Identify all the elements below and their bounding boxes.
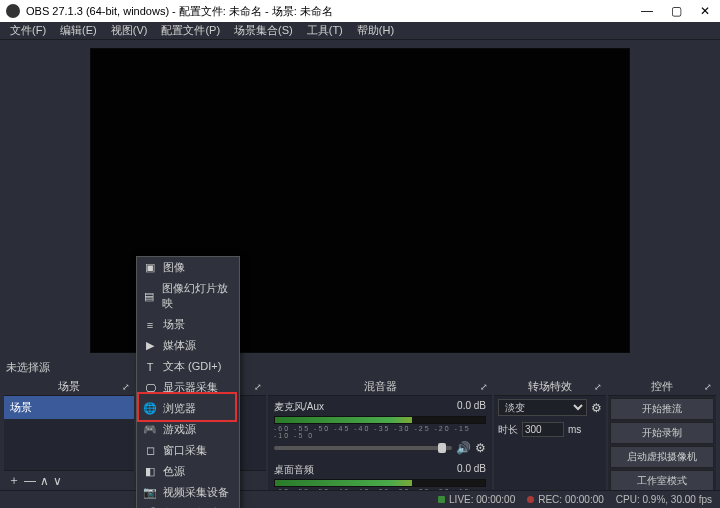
menu-profile[interactable]: 配置文件(P) bbox=[155, 21, 226, 40]
gear-icon[interactable]: ⚙ bbox=[475, 441, 486, 455]
camera-icon: 📷 bbox=[143, 486, 157, 499]
ctx-browser[interactable]: 🌐浏览器 bbox=[137, 398, 239, 419]
scene-up-button[interactable]: ∧ bbox=[40, 474, 49, 488]
status-live: LIVE: 00:00:00 bbox=[449, 494, 515, 505]
speaker-icon[interactable]: 🔊 bbox=[456, 441, 471, 455]
ctx-slideshow[interactable]: ▤图像幻灯片放映 bbox=[137, 278, 239, 314]
start-streaming-button[interactable]: 开始推流 bbox=[610, 398, 714, 420]
transition-type-select[interactable]: 淡变 bbox=[498, 399, 587, 416]
menu-bar: 文件(F) 编辑(E) 视图(V) 配置文件(P) 场景集合(S) 工具(T) … bbox=[0, 22, 720, 40]
live-indicator-icon bbox=[438, 496, 445, 503]
duration-unit: ms bbox=[568, 424, 581, 435]
popout-icon[interactable]: ⤢ bbox=[254, 382, 262, 392]
start-recording-button[interactable]: 开始录制 bbox=[610, 422, 714, 444]
popout-icon[interactable]: ⤢ bbox=[594, 382, 602, 392]
desktop-db: 0.0 dB bbox=[457, 463, 486, 477]
ctx-window-capture[interactable]: ◻窗口采集 bbox=[137, 440, 239, 461]
ctx-display-capture[interactable]: 🖵显示器采集 bbox=[137, 377, 239, 398]
maximize-button[interactable]: ▢ bbox=[671, 4, 682, 18]
mic-label: 麦克风/Aux bbox=[274, 400, 324, 414]
menu-view[interactable]: 视图(V) bbox=[105, 21, 154, 40]
add-source-context-menu: ▣图像 ▤图像幻灯片放映 ≡场景 ▶媒体源 T文本 (GDI+) 🖵显示器采集 … bbox=[136, 256, 240, 508]
popout-icon[interactable]: ⤢ bbox=[704, 382, 712, 392]
menu-scene-collection[interactable]: 场景集合(S) bbox=[228, 21, 299, 40]
scenes-header: 场景 bbox=[58, 379, 80, 394]
scenes-panel: 场景⤢ 场景 ＋ — ∧ ∨ bbox=[4, 378, 134, 490]
studio-mode-button[interactable]: 工作室模式 bbox=[610, 470, 714, 490]
mixer-panel: 混音器⤢ 麦克风/Aux0.0 dB -60 -55 -50 -45 -40 -… bbox=[268, 378, 492, 490]
mic-db: 0.0 dB bbox=[457, 400, 486, 414]
controls-header: 控件 bbox=[651, 379, 673, 394]
transitions-panel: 转场特效⤢ 淡变 ⚙ 时长 ms bbox=[494, 378, 606, 490]
status-cpu: CPU: 0.9%, 30.00 fps bbox=[616, 494, 712, 505]
mic-volume-slider[interactable] bbox=[274, 446, 452, 450]
gear-icon[interactable]: ⚙ bbox=[591, 401, 602, 415]
palette-icon: ◧ bbox=[143, 465, 157, 478]
duration-input[interactable] bbox=[522, 422, 564, 437]
ctx-media[interactable]: ▶媒体源 bbox=[137, 335, 239, 356]
mic-meter bbox=[274, 416, 486, 424]
minimize-button[interactable]: — bbox=[641, 4, 653, 18]
ctx-scene[interactable]: ≡场景 bbox=[137, 314, 239, 335]
preview-area bbox=[0, 40, 720, 360]
ctx-image[interactable]: ▣图像 bbox=[137, 257, 239, 278]
title-bar: OBS 27.1.3 (64-bit, windows) - 配置文件: 未命名… bbox=[0, 0, 720, 22]
close-button[interactable]: ✕ bbox=[700, 4, 710, 18]
menu-help[interactable]: 帮助(H) bbox=[351, 21, 400, 40]
rec-indicator-icon bbox=[527, 496, 534, 503]
scene-item[interactable]: 场景 bbox=[4, 396, 134, 419]
ctx-game-capture[interactable]: 🎮游戏源 bbox=[137, 419, 239, 440]
monitor-icon: 🖵 bbox=[143, 382, 157, 394]
image-icon: ▣ bbox=[143, 261, 157, 274]
game-icon: 🎮 bbox=[143, 423, 157, 436]
duration-label: 时长 bbox=[498, 423, 518, 437]
desktop-meter bbox=[274, 479, 486, 487]
slideshow-icon: ▤ bbox=[143, 290, 156, 303]
menu-edit[interactable]: 编辑(E) bbox=[54, 21, 103, 40]
status-bar: LIVE: 00:00:00 REC: 00:00:00 CPU: 0.9%, … bbox=[0, 490, 720, 508]
menu-tools[interactable]: 工具(T) bbox=[301, 21, 349, 40]
play-icon: ▶ bbox=[143, 339, 157, 352]
globe-icon: 🌐 bbox=[143, 402, 157, 415]
window-title: OBS 27.1.3 (64-bit, windows) - 配置文件: 未命名… bbox=[26, 4, 641, 19]
controls-panel: 控件⤢ 开始推流 开始录制 启动虚拟摄像机 工作室模式 设置 退出 bbox=[608, 378, 716, 490]
start-vcam-button[interactable]: 启动虚拟摄像机 bbox=[610, 446, 714, 468]
text-icon: T bbox=[143, 361, 157, 373]
scene-down-button[interactable]: ∨ bbox=[53, 474, 62, 488]
window-icon: ◻ bbox=[143, 444, 157, 457]
transitions-header: 转场特效 bbox=[528, 379, 572, 394]
add-scene-button[interactable]: ＋ bbox=[8, 472, 20, 489]
ctx-video-capture[interactable]: 📷视频采集设备 bbox=[137, 482, 239, 503]
remove-scene-button[interactable]: — bbox=[24, 474, 36, 488]
menu-file[interactable]: 文件(F) bbox=[4, 21, 52, 40]
ctx-color-source[interactable]: ◧色源 bbox=[137, 461, 239, 482]
mic-ticks: -60 -55 -50 -45 -40 -35 -30 -25 -20 -15 … bbox=[274, 425, 486, 439]
mixer-header: 混音器 bbox=[364, 379, 397, 394]
mixer-channel-mic: 麦克风/Aux0.0 dB -60 -55 -50 -45 -40 -35 -3… bbox=[268, 396, 492, 459]
no-source-selected-label: 未选择源 bbox=[6, 360, 50, 375]
ctx-text[interactable]: T文本 (GDI+) bbox=[137, 356, 239, 377]
status-rec: REC: 00:00:00 bbox=[538, 494, 604, 505]
scene-icon: ≡ bbox=[143, 319, 157, 331]
popout-icon[interactable]: ⤢ bbox=[122, 382, 130, 392]
desktop-label: 桌面音频 bbox=[274, 463, 314, 477]
popout-icon[interactable]: ⤢ bbox=[480, 382, 488, 392]
app-logo-icon bbox=[6, 4, 20, 18]
mixer-channel-desktop: 桌面音频0.0 dB -60 -55 -50 -45 -40 -35 -30 -… bbox=[268, 459, 492, 490]
ctx-audio-input[interactable]: 🎤音频输入采集 bbox=[137, 503, 239, 508]
